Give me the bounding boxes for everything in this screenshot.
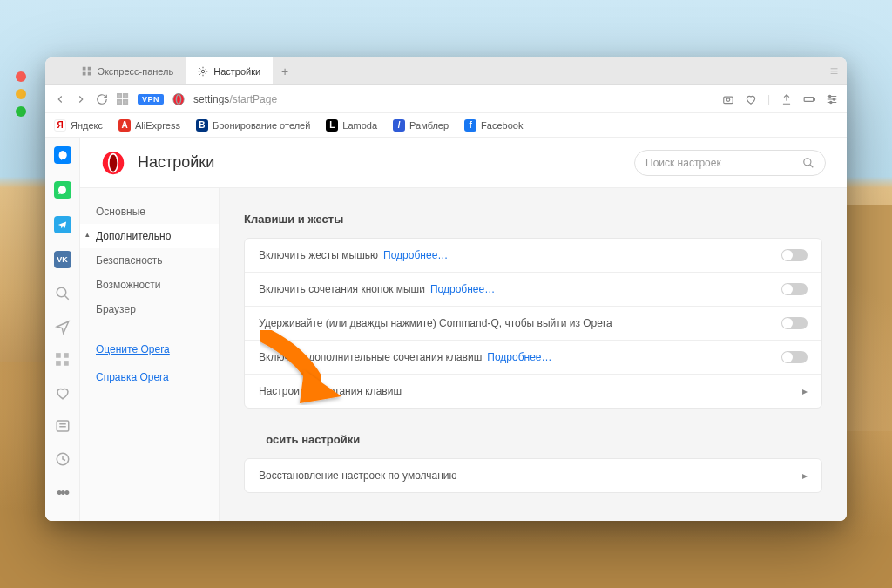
- learn-more-link[interactable]: Подробнее…: [430, 283, 495, 295]
- tab-settings[interactable]: Настройки: [186, 57, 273, 84]
- bookmark-label: Бронирование отелей: [213, 120, 310, 131]
- toggle[interactable]: [781, 249, 808, 261]
- macos-window-controls: [16, 71, 26, 117]
- keys-card: Включить жесты мышьюПодробнее… Включить …: [244, 238, 822, 409]
- speed-dial-icon: [82, 66, 92, 77]
- bookmark-facebook[interactable]: fFacebook: [464, 119, 523, 132]
- svg-point-13: [726, 98, 730, 101]
- toggle[interactable]: [781, 283, 808, 295]
- bookmark-lamoda[interactable]: LLamoda: [326, 119, 377, 132]
- settings-header: Настройки Поиск настроек: [80, 138, 847, 188]
- row-restore-defaults[interactable]: Восстановление настроек по умолчанию▸: [245, 459, 821, 492]
- vpn-badge[interactable]: VPN: [138, 94, 164, 105]
- toggle[interactable]: [781, 317, 808, 329]
- browser-window: Экспресс-панель Настройки + ≡ VPN settin…: [45, 57, 847, 521]
- whatsapp-icon[interactable]: [54, 181, 71, 199]
- svg-rect-2: [83, 71, 86, 75]
- bookmark-aliexpress[interactable]: AAliExpress: [118, 119, 180, 132]
- svg-point-18: [830, 101, 832, 103]
- row-extra-shortcuts[interactable]: Включить дополнительные сочетания клавиш…: [245, 341, 821, 375]
- vk-icon[interactable]: VK: [54, 251, 71, 268]
- new-tab-button[interactable]: +: [273, 57, 297, 84]
- row-mouse-gestures[interactable]: Включить жесты мышьюПодробнее…: [245, 239, 821, 273]
- speed-dial-icon[interactable]: [55, 352, 71, 368]
- flow-icon[interactable]: [55, 319, 71, 335]
- row-command-q[interactable]: Удерживайте (или дважды нажмите) Command…: [245, 307, 821, 341]
- nav-rate[interactable]: Оцените Opera: [80, 337, 219, 362]
- tab-label: Настройки: [213, 66, 260, 77]
- address-bar: VPN settings/startPage |: [45, 85, 847, 113]
- bookmark-rambler[interactable]: /Рамблер: [393, 119, 449, 132]
- svg-rect-3: [88, 71, 91, 75]
- svg-rect-1: [88, 66, 91, 70]
- heart-icon[interactable]: [745, 93, 757, 105]
- close-window-icon[interactable]: [16, 71, 26, 82]
- heart-icon[interactable]: [55, 385, 71, 401]
- learn-more-link[interactable]: Подробнее…: [487, 351, 551, 363]
- svg-rect-6: [124, 93, 127, 97]
- news-icon[interactable]: [55, 418, 71, 434]
- telegram-icon[interactable]: [54, 216, 71, 233]
- forward-icon[interactable]: [75, 93, 87, 105]
- svg-point-32: [804, 158, 811, 165]
- svg-rect-24: [64, 361, 69, 366]
- nav-security[interactable]: Безопасность: [80, 248, 219, 273]
- svg-point-31: [110, 154, 118, 171]
- svg-rect-14: [804, 97, 814, 101]
- aliexpress-icon: A: [118, 119, 131, 132]
- more-icon[interactable]: •••: [57, 484, 68, 503]
- chevron-right-icon: ▸: [802, 385, 808, 397]
- snapshot-icon[interactable]: [722, 93, 734, 105]
- maximize-window-icon[interactable]: [16, 106, 26, 117]
- nav-advanced[interactable]: Дополнительно: [80, 224, 219, 248]
- minimize-window-icon[interactable]: [16, 89, 26, 99]
- search-icon: [802, 157, 814, 169]
- reset-card: Восстановление настроек по умолчанию▸: [244, 458, 822, 493]
- tab-speed-dial[interactable]: Экспресс-панель: [70, 57, 186, 84]
- bookmark-booking[interactable]: BБронирование отелей: [196, 119, 310, 132]
- page-title: Настройки: [138, 153, 214, 172]
- reload-icon[interactable]: [96, 93, 108, 105]
- svg-rect-23: [56, 361, 61, 366]
- url-field[interactable]: settings/startPage: [193, 93, 713, 105]
- chevron-right-icon: ▸: [802, 470, 808, 482]
- bookmark-label: AliExpress: [135, 120, 180, 131]
- learn-more-link[interactable]: Подробнее…: [383, 249, 448, 261]
- easy-setup-icon[interactable]: [826, 93, 838, 105]
- svg-point-17: [833, 98, 835, 99]
- nav-browser[interactable]: Браузер: [80, 297, 219, 321]
- svg-rect-22: [64, 353, 69, 358]
- back-icon[interactable]: [54, 93, 66, 105]
- svg-line-20: [64, 295, 69, 300]
- row-rocker-gestures[interactable]: Включить сочетания кнопок мышиПодробнее…: [245, 273, 821, 307]
- svg-rect-15: [814, 98, 814, 99]
- tab-label: Экспресс-панель: [98, 66, 173, 77]
- bookmarks-bar: ЯЯндекс AAliExpress BБронирование отелей…: [45, 113, 847, 138]
- share-icon[interactable]: [780, 93, 793, 105]
- messenger-icon[interactable]: [54, 146, 71, 164]
- tab-menu-icon[interactable]: ≡: [821, 57, 847, 84]
- bookmark-yandex[interactable]: ЯЯндекс: [54, 119, 103, 132]
- svg-rect-21: [56, 353, 61, 358]
- bookmark-label: Яндекс: [71, 120, 103, 131]
- battery-icon[interactable]: [803, 93, 815, 105]
- search-input[interactable]: Поиск настроек: [634, 150, 826, 176]
- nav-features[interactable]: Возможности: [80, 273, 219, 297]
- nav-help[interactable]: Справка Opera: [80, 365, 219, 389]
- tab-bar: Экспресс-панель Настройки + ≡: [45, 57, 847, 85]
- search-icon[interactable]: [55, 286, 71, 301]
- svg-rect-8: [124, 99, 127, 103]
- rambler-icon: /: [393, 119, 405, 132]
- opera-icon: [172, 93, 185, 105]
- browser-body: VK ••• Настройки Поиск настроек Основные: [45, 138, 847, 521]
- history-icon[interactable]: [55, 451, 71, 467]
- bookmark-label: Рамблер: [409, 120, 449, 131]
- settings-nav: Основные Дополнительно Безопасность Возм…: [80, 188, 220, 521]
- toggle[interactable]: [781, 351, 808, 363]
- settings-panel[interactable]: Клавиши и жесты Включить жесты мышьюПодр…: [220, 188, 847, 521]
- bookmark-label: Lamoda: [342, 120, 377, 131]
- row-configure-shortcuts[interactable]: Настроить сочетания клавиш▸: [245, 375, 821, 408]
- speed-dial-icon[interactable]: [117, 93, 129, 105]
- nav-basic[interactable]: Основные: [80, 206, 219, 224]
- svg-point-16: [829, 95, 831, 97]
